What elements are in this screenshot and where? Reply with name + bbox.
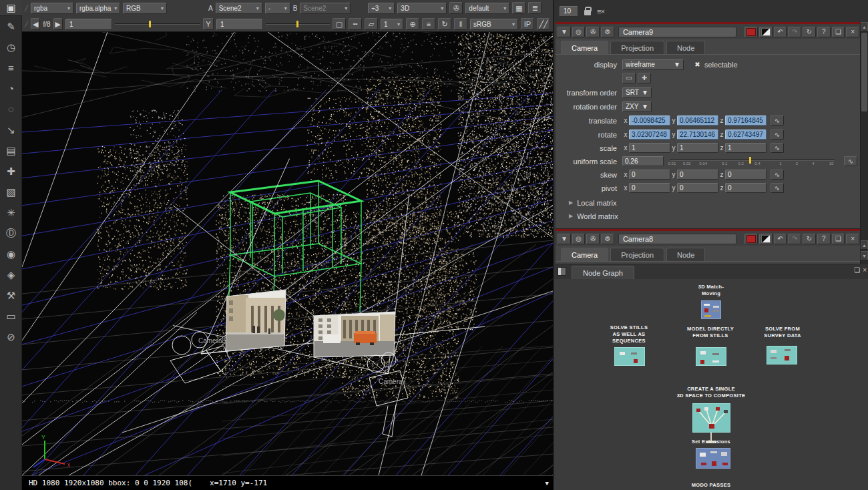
focus-button[interactable]: ◎ bbox=[572, 234, 586, 244]
scanline-button[interactable]: ≡ bbox=[422, 18, 435, 30]
help-button[interactable]: ? bbox=[817, 27, 831, 37]
slider-handle[interactable] bbox=[296, 21, 298, 27]
pivot-curve-button[interactable]: ∿ bbox=[771, 183, 784, 193]
help-button[interactable]: ? bbox=[817, 234, 831, 244]
downrez-dropdown[interactable]: ÷3▾ bbox=[368, 3, 395, 14]
wipe-button[interactable]: ▱ bbox=[365, 18, 378, 30]
node-thumbnail[interactable] bbox=[696, 448, 730, 469]
image-nodes-button[interactable]: ▣ bbox=[0, 0, 22, 16]
local-matrix-row[interactable]: ▶ Local matrix bbox=[560, 197, 857, 208]
gamma-field[interactable]: 1 bbox=[216, 19, 263, 30]
tab-node[interactable]: Node bbox=[666, 248, 705, 261]
camera-button[interactable]: ✇ bbox=[586, 27, 600, 37]
scrollbar-thumb[interactable] bbox=[861, 33, 867, 111]
gain-slider[interactable] bbox=[115, 19, 200, 29]
rotation-order-dropdown[interactable]: ZXY▼ bbox=[622, 101, 652, 112]
pivot-z-field[interactable]: 0 bbox=[725, 183, 767, 193]
gl-color-button[interactable] bbox=[759, 27, 773, 37]
channel-nodes-button[interactable]: ≡ bbox=[0, 57, 22, 78]
scroll-up-button2[interactable]: ▲ bbox=[861, 240, 868, 250]
update-button[interactable]: ↻ bbox=[438, 18, 451, 30]
camera-button[interactable]: ✇ bbox=[586, 234, 600, 244]
close-panel-button[interactable]: × bbox=[846, 27, 859, 37]
3d-viewport[interactable]: Camera8 Camera7 Y x bbox=[22, 32, 553, 475]
sticky-note-modo-passes[interactable]: MODO PASSES bbox=[692, 482, 731, 489]
tab-camera[interactable]: Camera bbox=[561, 41, 608, 54]
ocio-button[interactable]: ⊘ bbox=[0, 326, 22, 347]
checker-button[interactable]: ╱╱ bbox=[537, 18, 550, 30]
channels-dropdown[interactable]: rgba▾ bbox=[31, 3, 73, 14]
scale-y-field[interactable]: 1 bbox=[677, 143, 718, 153]
float-window-icon[interactable]: ❏ bbox=[854, 266, 860, 274]
aperture-prev-button[interactable]: ◀ bbox=[31, 18, 40, 30]
import-file-button[interactable]: ▭ bbox=[622, 73, 636, 83]
scale-curve-button[interactable]: ∿ bbox=[771, 143, 784, 153]
float-panel-button[interactable]: ❏ bbox=[832, 27, 845, 37]
menu-button[interactable]: ▼ bbox=[558, 234, 571, 244]
deep-nodes-button[interactable]: Ⓓ bbox=[0, 223, 22, 244]
translate-y-field[interactable]: 0.06465112 bbox=[677, 115, 718, 126]
gamma-slider[interactable] bbox=[266, 19, 330, 29]
input-a-dropdown[interactable]: Scene2▾ bbox=[216, 3, 262, 14]
node-graph-canvas[interactable]: 3D Match- Moving SOLVE STILLS AS WELL AS… bbox=[554, 279, 868, 490]
sticky-note-create-single[interactable]: CREATE A SINGLE 3D SPACE TO COMPOSITE bbox=[677, 386, 746, 399]
skew-curve-button[interactable]: ∿ bbox=[771, 170, 784, 180]
particle-nodes-button[interactable]: ✳ bbox=[0, 202, 22, 223]
region-of-interest-button[interactable]: ▢ bbox=[333, 18, 346, 30]
skew-z-field[interactable]: 0 bbox=[725, 170, 767, 180]
display-dropdown[interactable]: wireframe▼ bbox=[622, 59, 684, 70]
uniform-scale-slider[interactable]: 0.01 0.02 0.04 0.1 0.2 0.4 1 2 4 10 bbox=[670, 156, 835, 167]
gl-color-button[interactable] bbox=[759, 234, 773, 244]
filter-nodes-button[interactable]: ◌ bbox=[0, 99, 22, 119]
skew-x-field[interactable]: 0 bbox=[629, 170, 670, 180]
input-process-button[interactable]: IP bbox=[521, 18, 534, 30]
revert-button[interactable]: ↻ bbox=[803, 27, 816, 37]
display-mode-dropdown[interactable]: RGB▾ bbox=[123, 3, 167, 14]
status-dropdown-arrow[interactable]: ▼ bbox=[546, 480, 549, 487]
collapse-icon[interactable]: ╱ bbox=[25, 5, 28, 11]
toolsets-button[interactable]: ⚒ bbox=[0, 285, 22, 306]
3d-viewport-canvas[interactable] bbox=[22, 32, 553, 475]
tab-projection[interactable]: Projection bbox=[610, 248, 664, 261]
uniform-scale-curve-button[interactable]: ∿ bbox=[844, 156, 857, 166]
sticky-note-set-extensions[interactable]: Set Extensions bbox=[692, 439, 730, 445]
lock-icon[interactable] bbox=[584, 10, 591, 15]
scale-x-field[interactable]: 1 bbox=[629, 143, 670, 153]
wipe-mode-dropdown[interactable]: -▾ bbox=[265, 3, 290, 14]
collapse-icon[interactable]: ╱ bbox=[25, 21, 28, 27]
translate-z-field[interactable]: 0.97164845 bbox=[725, 115, 767, 126]
transform-order-dropdown[interactable]: SRT▼ bbox=[622, 87, 652, 98]
controls-button[interactable]: ⚙ bbox=[601, 27, 614, 37]
scroll-down-button[interactable]: ▼ bbox=[861, 251, 868, 260]
pane-icon[interactable] bbox=[558, 267, 566, 276]
views-nodes-button[interactable]: ◉ bbox=[0, 244, 22, 264]
gain-gamma-reset-button[interactable]: ⊕ bbox=[406, 18, 419, 30]
draw-nodes-button[interactable]: ✎ bbox=[0, 16, 22, 37]
translate-x-field[interactable]: -0.0098425 bbox=[629, 115, 670, 126]
node-thumbnail[interactable] bbox=[696, 347, 726, 366]
colorspace-dropdown[interactable]: sRGB▾ bbox=[470, 19, 518, 30]
slider-handle[interactable] bbox=[749, 157, 751, 164]
aperture-next-button[interactable]: ▶ bbox=[53, 18, 63, 30]
rotate-x-field[interactable]: 3.02307248 bbox=[629, 130, 670, 140]
revert-button[interactable]: ↻ bbox=[803, 234, 816, 244]
float-panel-button[interactable]: ❏ bbox=[832, 234, 845, 244]
keyer-nodes-button[interactable]: ↘ bbox=[0, 119, 22, 140]
gain-field[interactable]: 1 bbox=[65, 19, 112, 30]
tab-node-graph[interactable]: Node Graph bbox=[572, 266, 634, 279]
pivot-y-field[interactable]: 0 bbox=[677, 183, 718, 193]
merge-nodes-button[interactable]: ▤ bbox=[0, 140, 22, 161]
skew-y-field[interactable]: 0 bbox=[677, 170, 718, 180]
node-thumbnail[interactable] bbox=[701, 300, 721, 319]
sticky-note-match-moving[interactable]: 3D Match- Moving bbox=[698, 284, 724, 297]
layer-stack-button[interactable]: ≣ bbox=[528, 2, 541, 14]
rotate-y-field[interactable]: 22.7130146 bbox=[677, 130, 718, 140]
focus-button[interactable]: ◎ bbox=[572, 27, 586, 37]
rotate-curve-button[interactable]: ∿ bbox=[771, 130, 784, 140]
close-panel-button[interactable]: × bbox=[846, 234, 859, 244]
transform-nodes-button[interactable]: ✚ bbox=[0, 161, 22, 182]
input-b-dropdown[interactable]: Scene2▾ bbox=[300, 3, 351, 14]
node-name-field[interactable]: Camera8 bbox=[618, 234, 736, 244]
view-mode-dropdown[interactable]: 3D▾ bbox=[397, 3, 447, 14]
uniform-scale-field[interactable]: 0.26 bbox=[622, 156, 664, 166]
